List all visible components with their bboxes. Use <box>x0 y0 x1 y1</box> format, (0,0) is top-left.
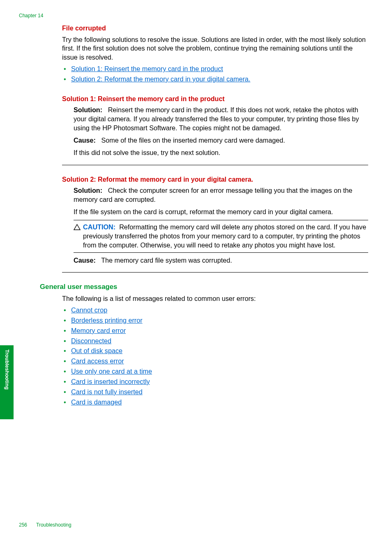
disconnected-link[interactable]: Disconnected <box>71 337 111 344</box>
side-tab: Troubleshooting <box>0 345 14 419</box>
solution-1-cause: Cause: Some of the files on the inserted… <box>74 136 368 145</box>
use-only-one-card-link[interactable]: Use only one card at a time <box>71 367 152 375</box>
footer-section: Troubleshooting <box>36 522 71 528</box>
solution-1-solution: Solution: Reinsert the memory card in th… <box>74 106 368 133</box>
list-item: Solution 2: Reformat the memory card in … <box>62 75 368 84</box>
list-item: Card access error <box>62 357 368 366</box>
caution-divider-top <box>74 220 368 220</box>
solution-1-body: Solution: Reinsert the memory card in th… <box>62 106 368 157</box>
list-item: Use only one card at a time <box>62 367 368 376</box>
memory-card-error-link[interactable]: Memory card error <box>71 327 126 334</box>
caution-block: CAUTION: Reformatting the memory card wi… <box>74 220 368 253</box>
solution-1-followup: If this did not solve the issue, try the… <box>74 148 368 157</box>
general-intro: The following is a list of messages rela… <box>62 294 368 303</box>
general-heading: General user messages <box>40 282 368 292</box>
chapter-label: Chapter 14 <box>19 12 43 19</box>
list-item: Out of disk space <box>62 347 368 356</box>
list-item: Card is damaged <box>62 398 368 407</box>
cause-text: Some of the files on the inserted memory… <box>101 136 285 144</box>
page-footer: 256Troubleshooting <box>19 522 71 528</box>
list-item: Card is not fully inserted <box>62 388 368 397</box>
list-item: Memory card error <box>62 326 368 335</box>
file-corrupted-intro: Try the following solutions to resolve t… <box>62 35 368 62</box>
borderless-printing-error-link[interactable]: Borderless printing error <box>71 317 143 324</box>
cause-text: The memory card file system was corrupte… <box>101 256 232 264</box>
list-item: Borderless printing error <box>62 316 368 325</box>
caution-divider-bottom <box>74 252 368 253</box>
file-corrupted-links: Solution 1: Reinsert the memory card in … <box>62 65 368 84</box>
solution-2-heading: Solution 2: Reformat the memory card in … <box>62 175 368 184</box>
cause-label: Cause: <box>74 256 96 264</box>
general-links: Cannot crop Borderless printing error Me… <box>62 306 368 407</box>
list-item: Cannot crop <box>62 306 368 315</box>
caution-body: Reformatting the memory card will delete… <box>83 223 366 249</box>
divider <box>62 165 368 165</box>
file-corrupted-heading: File corrupted <box>62 24 368 33</box>
list-item: Solution 1: Reinsert the memory card in … <box>62 65 368 74</box>
caution-text: CAUTION: Reformatting the memory card wi… <box>83 223 368 250</box>
caution-label: CAUTION: <box>83 223 115 231</box>
solution-2-link[interactable]: Solution 2: Reformat the memory card in … <box>71 75 250 83</box>
page-content: File corrupted Try the following solutio… <box>62 24 368 408</box>
solution-text: Reinsert the memory card in the product.… <box>74 106 359 132</box>
solution-2-cause: Cause: The memory card file system was c… <box>74 256 368 265</box>
caution-icon <box>74 224 81 233</box>
card-access-error-link[interactable]: Card access error <box>71 357 124 365</box>
solution-2-solution: Solution: Check the computer screen for … <box>74 186 368 204</box>
list-item: Disconnected <box>62 337 368 346</box>
divider <box>62 272 368 273</box>
solution-2-body: Solution: Check the computer screen for … <box>62 186 368 265</box>
cannot-crop-link[interactable]: Cannot crop <box>71 306 107 314</box>
cause-label: Cause: <box>74 136 96 144</box>
solution-1-heading: Solution 1: Reinsert the memory card in … <box>62 95 368 104</box>
list-item: Card is inserted incorrectly <box>62 377 368 386</box>
card-not-fully-inserted-link[interactable]: Card is not fully inserted <box>71 388 143 395</box>
card-inserted-incorrectly-link[interactable]: Card is inserted incorrectly <box>71 378 150 385</box>
solution-label: Solution: <box>74 187 102 194</box>
general-user-messages: General user messages The following is a… <box>40 282 368 407</box>
side-tab-label: Troubleshooting <box>0 345 14 419</box>
solution-1-link[interactable]: Solution 1: Reinsert the memory card in … <box>71 65 223 72</box>
out-of-disk-space-link[interactable]: Out of disk space <box>71 347 122 354</box>
solution-2-extra: If the file system on the card is corrup… <box>74 208 368 217</box>
card-is-damaged-link[interactable]: Card is damaged <box>71 398 122 406</box>
page-number: 256 <box>19 522 27 528</box>
solution-text: Check the computer screen for an error m… <box>74 187 352 203</box>
solution-label: Solution: <box>74 106 102 113</box>
